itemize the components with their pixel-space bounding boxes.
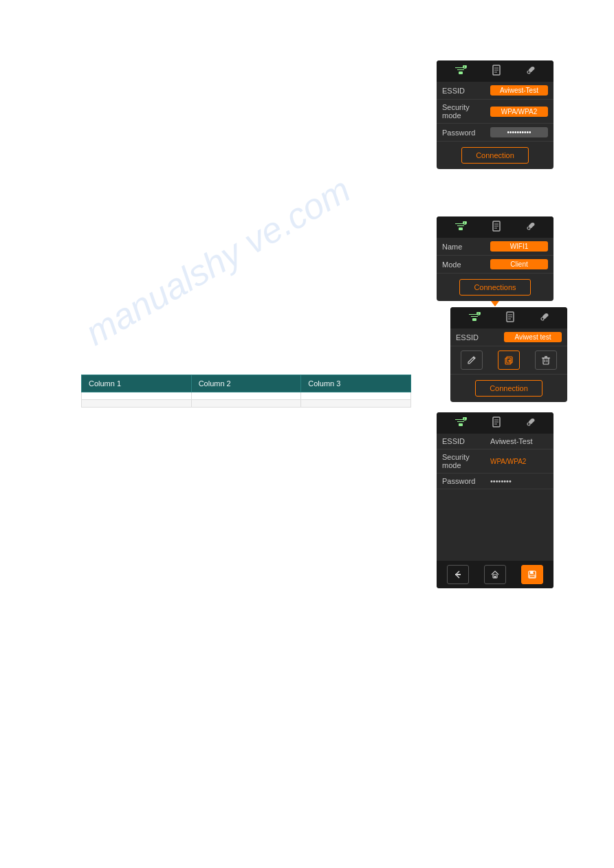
essid-value-3: Aviwest test bbox=[504, 332, 562, 342]
doc-icon-4[interactable] bbox=[492, 416, 501, 430]
svg-rect-1 bbox=[457, 69, 464, 70]
password-row-4: Password •••••••• bbox=[437, 474, 553, 489]
network-icon-2[interactable]: 1 bbox=[454, 221, 467, 233]
panel-connection-2: 1 Name WIFI1 Mode Client Connections bbox=[437, 216, 553, 301]
edit-button[interactable] bbox=[461, 350, 483, 370]
network-icon-1[interactable]: 1 1 bbox=[454, 65, 467, 77]
svg-rect-22 bbox=[471, 316, 478, 317]
svg-rect-41 bbox=[457, 421, 464, 422]
table-cell bbox=[301, 392, 411, 400]
security-label-4: Security mode bbox=[442, 453, 490, 469]
svg-rect-52 bbox=[494, 576, 496, 578]
svg-rect-35 bbox=[543, 358, 549, 364]
security-value-1: WPA/WPA2 bbox=[490, 107, 548, 117]
back-button[interactable] bbox=[447, 565, 469, 584]
svg-rect-40 bbox=[459, 423, 463, 426]
table-cell bbox=[301, 400, 411, 408]
essid-label-4: ESSID bbox=[442, 437, 490, 445]
wrench-icon-3[interactable] bbox=[540, 312, 549, 324]
security-row-1: Security mode WPA/WPA2 bbox=[437, 100, 553, 124]
panel-4-toolbar bbox=[437, 561, 553, 588]
essid-row-3: ESSID Aviwest test bbox=[450, 329, 567, 346]
network-icon-3[interactable]: 1 bbox=[468, 312, 481, 324]
panel-4-content bbox=[437, 489, 553, 558]
password-row-1: Password •••••••••• bbox=[437, 124, 553, 142]
svg-point-10 bbox=[527, 71, 530, 74]
doc-icon-2[interactable] bbox=[492, 221, 501, 234]
essid-label-3: ESSID bbox=[456, 333, 504, 342]
svg-point-30 bbox=[541, 318, 544, 320]
action-buttons-row bbox=[450, 346, 567, 375]
svg-rect-50 bbox=[455, 574, 461, 575]
security-label-1: Security mode bbox=[442, 103, 490, 120]
wrench-icon-2[interactable] bbox=[526, 221, 536, 233]
svg-rect-54 bbox=[530, 571, 534, 574]
svg-rect-21 bbox=[472, 318, 476, 321]
password-value-1: •••••••••• bbox=[490, 127, 548, 137]
connections-button[interactable]: Connections bbox=[459, 279, 530, 296]
svg-point-20 bbox=[527, 227, 530, 230]
svg-rect-12 bbox=[457, 225, 464, 226]
doc-icon-3[interactable] bbox=[505, 311, 515, 324]
essid-value-1: Aviwest-Test bbox=[490, 85, 548, 96]
save-button[interactable] bbox=[521, 565, 543, 584]
table-header-col1: Column 1 bbox=[82, 375, 192, 392]
table-row bbox=[82, 392, 411, 400]
watermark: manualshy ve.com bbox=[78, 169, 357, 354]
copy-button[interactable] bbox=[498, 350, 520, 370]
home-button[interactable] bbox=[484, 565, 506, 584]
table-cell bbox=[82, 392, 192, 400]
table-cell bbox=[82, 400, 192, 408]
panel-edit: 1 ESSID Aviwest-Test Security mode WPA/W… bbox=[437, 412, 553, 588]
panel-essid-actions: 1 ESSID Aviwest test bbox=[450, 307, 567, 402]
panel-3-header: 1 bbox=[450, 307, 567, 329]
arrow-down-indicator bbox=[491, 301, 499, 307]
name-value: WIFI1 bbox=[490, 241, 548, 252]
connection-button-3[interactable]: Connection bbox=[475, 380, 542, 397]
name-label: Name bbox=[442, 243, 490, 251]
panel-connection-1: 1 1 ESSID Aviwest-Test Security mode bbox=[437, 60, 553, 169]
name-row: Name WIFI1 bbox=[437, 238, 553, 256]
svg-rect-55 bbox=[529, 575, 535, 577]
svg-rect-11 bbox=[459, 227, 463, 230]
table-row bbox=[82, 400, 411, 408]
table-header-col3: Column 3 bbox=[301, 375, 411, 392]
security-value-4: WPA/WPA2 bbox=[490, 458, 526, 465]
password-label-1: Password bbox=[442, 129, 490, 137]
table-cell bbox=[191, 400, 301, 408]
panel-2-header: 1 bbox=[437, 216, 553, 238]
table-header-col2: Column 2 bbox=[191, 375, 301, 392]
connection-button-1[interactable]: Connection bbox=[461, 147, 529, 164]
mode-value: Client bbox=[490, 259, 548, 269]
network-icon-4[interactable]: 1 bbox=[454, 417, 467, 429]
table-header-row: Column 1 Column 2 Column 3 bbox=[82, 375, 411, 392]
wrench-icon-4[interactable] bbox=[526, 417, 536, 429]
essid-row-4: ESSID Aviwest-Test bbox=[437, 434, 553, 449]
essid-value-4: Aviwest-Test bbox=[490, 437, 533, 445]
essid-label-1: ESSID bbox=[442, 87, 490, 95]
mode-label: Mode bbox=[442, 260, 490, 269]
svg-point-49 bbox=[527, 423, 530, 425]
panel-4-header: 1 bbox=[437, 412, 553, 434]
essid-row-1: ESSID Aviwest-Test bbox=[437, 82, 553, 100]
mode-row: Mode Client bbox=[437, 256, 553, 274]
password-value-4: •••••••• bbox=[490, 477, 512, 485]
table-cell bbox=[191, 392, 301, 400]
wrench-icon-1[interactable] bbox=[526, 65, 536, 77]
panel-1-header: 1 1 bbox=[437, 60, 553, 82]
data-table: Column 1 Column 2 Column 3 bbox=[81, 375, 411, 408]
doc-icon-1[interactable] bbox=[492, 65, 501, 78]
password-label-4: Password bbox=[442, 477, 490, 485]
security-row-4: Security mode WPA/WPA2 bbox=[437, 449, 553, 474]
delete-button[interactable] bbox=[535, 350, 557, 370]
